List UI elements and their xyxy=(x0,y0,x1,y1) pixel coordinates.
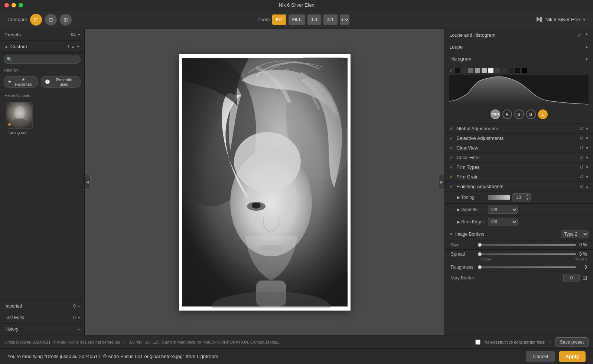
search-input[interactable] xyxy=(4,55,81,64)
presets-chevron-icon[interactable]: ▾ xyxy=(78,33,80,37)
image-borders-chevron-icon: ▼ xyxy=(449,232,453,236)
image-borders-select[interactable]: Type 2 Type 1 Type 3 xyxy=(561,230,589,238)
close-button[interactable] xyxy=(4,3,9,7)
channel-btn-mid[interactable] xyxy=(468,68,473,73)
zoom-fill-btn[interactable]: FILL xyxy=(289,14,305,25)
custom-stepper-up-icon[interactable]: ▲ xyxy=(71,45,75,49)
finishing-adjustments-row[interactable]: ✓ Finishing Adjustments ↺ ▴ xyxy=(445,182,593,191)
preset-item[interactable]: ★ Toning coff... xyxy=(4,102,34,135)
film-types-row[interactable]: ✓ Film Types ↺ ▾ xyxy=(445,163,593,172)
color-filter-reset-icon[interactable]: ↺ xyxy=(580,155,584,160)
film-grain-row[interactable]: ✓ Film Grain ↺ ▾ xyxy=(445,172,593,182)
main-layout: Presets 64 ▾ ▲ Custom 1 ▲ ▼ 🔍 xyxy=(0,29,593,335)
toning-decrement-btn[interactable]: ▼ xyxy=(524,197,530,201)
channel-btn-7[interactable] xyxy=(515,68,520,73)
color-filter-check-icon: ✓ xyxy=(449,155,453,160)
recently-used-filter-btn[interactable]: 🕐 Recently used xyxy=(41,76,81,88)
channel-btn-black[interactable] xyxy=(455,68,460,73)
channel-btn-dark[interactable] xyxy=(462,68,467,73)
channel-b-btn[interactable]: B xyxy=(526,109,536,119)
color-filter-chevron-icon[interactable]: ▾ xyxy=(586,155,589,160)
loupe-header[interactable]: Loupe ▲ xyxy=(445,41,593,53)
vary-border-row: Vary Border ⚄ xyxy=(445,272,593,284)
channel-btn-6[interactable] xyxy=(508,68,514,73)
selective-adj-title: Selective Adjustments xyxy=(456,135,580,141)
cancel-button[interactable]: Cancel xyxy=(526,351,555,362)
channel-btn-lighter[interactable] xyxy=(482,68,487,73)
global-adj-reset-icon[interactable]: ↺ xyxy=(580,126,584,131)
compare-btn-2[interactable]: ⊡ xyxy=(45,14,57,26)
zoom-fit-btn[interactable]: FIT xyxy=(272,14,286,25)
film-types-chevron-icon[interactable]: ▾ xyxy=(586,164,589,170)
zoom-dropdown[interactable]: ▾ xyxy=(340,14,349,25)
maximize-button[interactable] xyxy=(19,3,23,7)
loupe-histogram-header[interactable]: Loupe and Histogram ⤢ ▲ xyxy=(445,29,593,41)
vary-border-input[interactable] xyxy=(563,274,580,282)
channel-l-btn[interactable]: L xyxy=(538,109,548,119)
clearview-chevron-icon[interactable]: ▾ xyxy=(586,145,589,151)
channel-rgb-btn[interactable]: RGB xyxy=(491,109,500,119)
loupe-title: Loupe xyxy=(449,44,463,50)
histogram-chevron-icon[interactable]: ▲ xyxy=(585,57,589,61)
histogram-header[interactable]: Histogram ▲ xyxy=(445,53,593,65)
channel-btn-light[interactable] xyxy=(475,68,480,73)
clearview-reset-icon[interactable]: ↺ xyxy=(580,145,584,151)
imported-section[interactable]: Imported 0 ▾ xyxy=(0,301,84,312)
help-icon[interactable]: ? xyxy=(549,340,551,344)
finishing-adj-chevron-icon[interactable]: ▴ xyxy=(586,184,589,189)
selective-adjustments-row[interactable]: ✓ Selective Adjustments ↺ ▾ xyxy=(445,134,593,143)
non-destructive-checkbox[interactable] xyxy=(475,340,480,345)
zoom-1-1-btn[interactable]: 1:1 xyxy=(307,14,321,25)
film-grain-chevron-icon[interactable]: ▾ xyxy=(586,174,589,180)
image-borders-header[interactable]: ▼ Image Borders Type 2 Type 1 Type 3 xyxy=(445,228,593,240)
roughness-slider[interactable] xyxy=(480,266,576,268)
compare-btn-1[interactable]: ◱ xyxy=(30,14,42,26)
toning-increment-btn[interactable]: ▲ xyxy=(524,194,530,197)
loupe-histogram-chevron-icon[interactable]: ▲ xyxy=(585,32,589,38)
channel-r-btn[interactable]: R xyxy=(502,109,512,119)
color-filter-row[interactable]: ✓ Color Filter ↺ ▾ xyxy=(445,153,593,163)
spread-slider[interactable] xyxy=(480,253,576,255)
presets-header: Presets 64 ▾ xyxy=(0,29,84,41)
randomize-icon[interactable]: ⚄ xyxy=(583,275,587,281)
global-adjustments-row[interactable]: ✓ Global Adjustments ↺ ▾ xyxy=(445,124,593,134)
minimize-button[interactable] xyxy=(12,3,16,7)
spread-clean-label: CLEAN xyxy=(480,258,492,261)
search-row: 🔍 xyxy=(0,53,84,66)
size-slider[interactable] xyxy=(480,244,576,246)
loupe-chevron-icon[interactable]: ▲ xyxy=(585,45,589,49)
size-row: Size 0 % xyxy=(445,240,593,250)
film-grain-reset-icon[interactable]: ↺ xyxy=(580,174,584,180)
apply-button[interactable]: Apply xyxy=(559,351,586,362)
custom-section-header[interactable]: ▲ Custom 1 ▲ ▼ xyxy=(0,41,84,53)
status-bar: Droits jusqu'au 20240511_© Ando Fuchs 00… xyxy=(0,335,593,348)
clearview-row[interactable]: ✓ ClearView ↺ ▾ xyxy=(445,143,593,153)
selective-adj-chevron-icon[interactable]: ▾ xyxy=(586,135,589,141)
film-types-reset-icon[interactable]: ↺ xyxy=(580,164,584,170)
favorites-filter-btn[interactable]: ★ ★ Favorites xyxy=(4,76,38,88)
nik-dropdown-icon[interactable]: ▾ xyxy=(583,17,586,22)
channel-btn-5[interactable] xyxy=(502,68,507,73)
zoom-2-1-btn[interactable]: 2:1 xyxy=(323,14,337,25)
svg-rect-13 xyxy=(182,58,348,306)
channel-btn-4[interactable] xyxy=(495,68,500,73)
selective-adj-reset-icon[interactable]: ↺ xyxy=(580,135,584,141)
channel-g-btn[interactable]: G xyxy=(514,109,524,119)
last-edits-section[interactable]: Last Edits 0 ▾ xyxy=(0,312,84,324)
channel-btn-8[interactable] xyxy=(522,68,527,73)
history-label: History xyxy=(4,327,18,332)
preset-grid: ★ Toning coff... xyxy=(0,99,84,300)
save-preset-btn[interactable]: Save preset xyxy=(555,337,589,347)
compare-btn-3[interactable]: ⊞ xyxy=(60,14,72,26)
histogram-channels: ✓ xyxy=(449,68,589,73)
history-section[interactable]: History ▾ xyxy=(0,324,84,335)
finishing-adj-reset-icon[interactable]: ↺ xyxy=(580,184,584,189)
right-panel-collapse-handle[interactable]: ▶ xyxy=(439,175,444,190)
last-edits-count: 0 xyxy=(73,315,76,320)
channel-btn-white[interactable] xyxy=(488,68,493,73)
vignette-select[interactable]: Off On xyxy=(488,206,518,214)
custom-stepper-down-icon[interactable]: ▼ xyxy=(76,45,80,49)
burn-edges-select[interactable]: Off On xyxy=(488,218,518,226)
global-adj-chevron-icon[interactable]: ▾ xyxy=(586,126,589,131)
left-panel-collapse-handle[interactable]: ◀ xyxy=(85,175,91,190)
